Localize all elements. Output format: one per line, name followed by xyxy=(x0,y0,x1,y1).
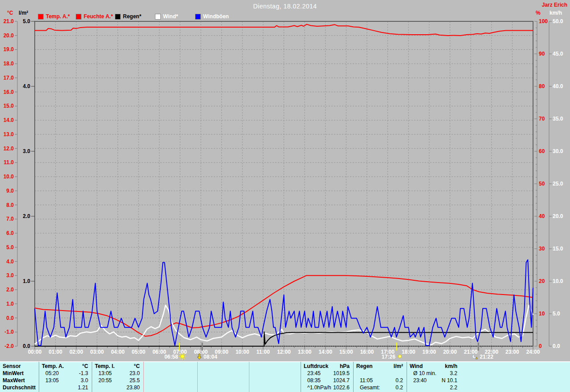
table-row xyxy=(461,384,570,391)
svg-text:10.0: 10.0 xyxy=(553,278,563,284)
cell-value: 1.21 xyxy=(78,384,92,391)
cell-value: 0.2 xyxy=(395,384,407,391)
svg-text:16:00: 16:00 xyxy=(360,349,374,355)
column-unit: °C xyxy=(82,363,92,370)
cell-value: 23.0 xyxy=(130,370,143,377)
table-row: 23:451019.5 xyxy=(301,370,353,377)
svg-text:17.0: 17.0 xyxy=(4,75,14,81)
cell-value xyxy=(245,377,249,384)
cell-time xyxy=(249,384,256,391)
cell-value xyxy=(566,370,570,377)
svg-text:00:00: 00:00 xyxy=(28,349,42,355)
table-row xyxy=(198,377,249,384)
svg-text:50: 50 xyxy=(539,181,545,187)
svg-text:80: 80 xyxy=(539,83,545,89)
sun-icon xyxy=(181,355,184,358)
table-row xyxy=(144,377,197,384)
svg-text:1.0: 1.0 xyxy=(23,278,30,284)
table-column-empty xyxy=(461,362,570,392)
cell-value xyxy=(297,377,301,384)
cell-time: 11:05 xyxy=(354,377,373,384)
svg-text:21.0: 21.0 xyxy=(4,18,14,24)
svg-text:8.0: 8.0 xyxy=(6,202,14,208)
cell-time: Ø 10 min. xyxy=(407,370,436,377)
cell-value: 3.2 xyxy=(450,370,461,377)
svg-text:06:58: 06:58 xyxy=(164,354,178,360)
svg-text:9.0: 9.0 xyxy=(6,188,14,194)
cell-time: 13:05 xyxy=(39,377,59,384)
column-unit xyxy=(245,363,249,370)
svg-text:40.0: 40.0 xyxy=(553,83,563,89)
svg-text:0: 0 xyxy=(539,343,542,349)
svg-text:19:00: 19:00 xyxy=(423,349,436,355)
svg-text:15:00: 15:00 xyxy=(339,349,353,355)
cell-time: ^1.0hPa/h xyxy=(301,384,331,391)
column-unit xyxy=(297,363,301,370)
svg-text:04:00: 04:00 xyxy=(111,349,125,355)
cell-value: 0.2 xyxy=(395,377,407,384)
svg-text:3.0: 3.0 xyxy=(23,148,30,154)
svg-text:20.0: 20.0 xyxy=(4,32,14,39)
column-unit xyxy=(566,363,570,370)
table-column-tempa: Temp. A.°C05:20-1.313:053.01.21 xyxy=(39,362,92,392)
svg-text:11.0: 11.0 xyxy=(4,159,14,166)
svg-text:05:00: 05:00 xyxy=(132,349,146,355)
cell-time xyxy=(461,377,467,384)
table-row-label: MaxWert xyxy=(0,377,39,384)
svg-text:30: 30 xyxy=(539,246,545,252)
cell-value xyxy=(297,370,301,377)
svg-text:16.0: 16.0 xyxy=(4,89,14,95)
svg-text:70: 70 xyxy=(539,116,545,122)
table-row xyxy=(249,384,301,391)
cell-value xyxy=(566,377,570,384)
column-unit: l/m² xyxy=(394,363,407,370)
svg-text:12:00: 12:00 xyxy=(277,349,291,355)
column-header: Temp. I. xyxy=(92,363,114,370)
svg-text:14.0: 14.0 xyxy=(4,117,14,123)
table-row: 13:0523.0 xyxy=(92,370,143,377)
svg-text:40: 40 xyxy=(539,213,545,219)
cell-value: -1.3 xyxy=(79,370,92,377)
table-row xyxy=(249,377,301,384)
cell-time xyxy=(144,370,150,377)
column-header: Wind xyxy=(407,363,423,370)
svg-text:90: 90 xyxy=(539,51,545,57)
svg-text:19.0: 19.0 xyxy=(4,46,14,53)
svg-text:50.0: 50.0 xyxy=(553,18,563,24)
svg-text:14:00: 14:00 xyxy=(318,349,332,355)
svg-text:2.0: 2.0 xyxy=(6,287,14,293)
svg-text:15.0: 15.0 xyxy=(553,246,563,252)
svg-text:24:00: 24:00 xyxy=(526,349,540,355)
table-row: Gesamt:0.2 xyxy=(354,384,407,391)
table-column-tempi: Temp. I.°C13:0523.020:5525.523.80 xyxy=(92,362,143,392)
table-row xyxy=(461,377,570,384)
table-row: 20:5525.5 xyxy=(92,377,143,384)
table-row: 1.21 xyxy=(39,384,92,391)
cell-time xyxy=(144,384,150,391)
table-column-empty xyxy=(143,362,197,392)
table-row-labels: SensorMinWertMaxWertDurchschnitt xyxy=(0,362,39,392)
axis-time-bottom: 00:0001:0002:0003:0004:0005:0006:0007:00… xyxy=(28,346,540,355)
table-row: 13:053.0 xyxy=(39,377,92,384)
axis-temperature-left: 21.020.019.018.017.016.015.014.013.012.0… xyxy=(4,18,17,349)
cell-value xyxy=(194,370,197,377)
table-row-label: Sensor xyxy=(0,363,39,370)
cell-time xyxy=(198,377,204,384)
cell-time xyxy=(461,370,467,377)
svg-text:13:00: 13:00 xyxy=(298,349,312,355)
cell-time xyxy=(461,384,467,391)
column-header xyxy=(198,363,200,370)
svg-text:4.0: 4.0 xyxy=(6,259,14,265)
svg-text:20.0: 20.0 xyxy=(553,213,563,219)
weather-chart-canvas: 21.020.019.018.017.016.015.014.013.012.0… xyxy=(0,0,570,361)
cell-time: 23:40 xyxy=(407,377,427,384)
table-column-empty xyxy=(197,362,249,392)
svg-text:1.0: 1.0 xyxy=(6,301,14,307)
svg-text:100: 100 xyxy=(539,18,548,24)
svg-text:02:00: 02:00 xyxy=(69,349,83,355)
table-row: ^1.0hPa/h1022.6 xyxy=(301,384,353,391)
cell-value xyxy=(566,384,570,391)
svg-text:10:00: 10:00 xyxy=(236,349,249,355)
svg-text:2.0: 2.0 xyxy=(23,213,30,219)
column-header xyxy=(461,363,464,370)
